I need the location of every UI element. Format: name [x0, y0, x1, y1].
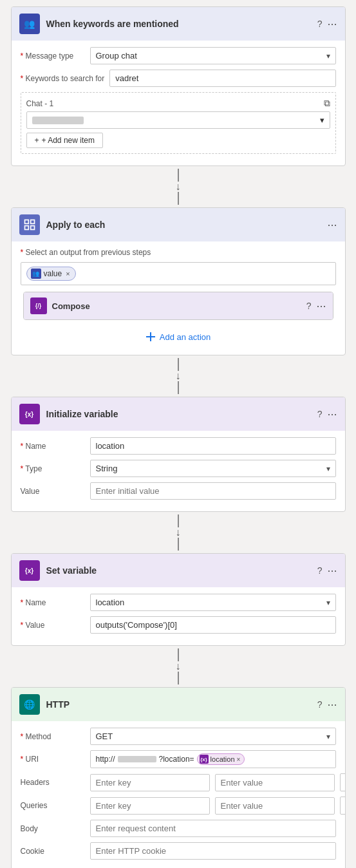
- init-name-label: Name: [21, 442, 85, 451]
- apply-body: Select an output from previous steps 👥 v…: [12, 241, 345, 355]
- init-value-input[interactable]: [90, 482, 336, 500]
- message-type-label: Message type: [21, 52, 85, 61]
- init-actions: ? ···: [317, 408, 337, 420]
- set-help-button[interactable]: ?: [317, 565, 323, 576]
- add-new-item-button[interactable]: + + Add new item: [26, 133, 103, 148]
- init-value-row: Value: [21, 482, 336, 500]
- select-output-label: Select an output from previous steps: [21, 248, 151, 257]
- trigger-title: When keywords are mentioned: [46, 19, 311, 29]
- queries-key-input[interactable]: [90, 797, 210, 815]
- location-token: {x} location ×: [197, 753, 245, 765]
- uri-row: URI http:// ?location= {x} location ×: [21, 750, 336, 768]
- add-action-container[interactable]: Add an action: [21, 325, 336, 348]
- svg-rect-5: [150, 332, 151, 341]
- init-body: Name Type String ▾ Value: [12, 431, 345, 511]
- queries-row: Queries ⧉: [21, 797, 336, 815]
- http-help-button[interactable]: ?: [317, 699, 323, 710]
- connector-1: ↓: [176, 166, 181, 207]
- trigger-body: Message type Group chat ▾ Keywords to se…: [12, 41, 345, 165]
- queries-copy-button[interactable]: ⧉: [340, 797, 346, 815]
- set-header: {x} Set variable ? ···: [12, 554, 345, 587]
- headers-label: Headers: [21, 778, 85, 787]
- http-card: 🌐 HTTP ? ··· Method GET ▾ URI http://: [11, 687, 346, 868]
- connector-line-8: [178, 672, 179, 684]
- init-type-label: Type: [21, 464, 85, 473]
- chat-copy-icon[interactable]: ⧉: [324, 98, 330, 109]
- token-remove[interactable]: ×: [237, 756, 241, 763]
- cookie-input[interactable]: [90, 842, 336, 860]
- http-header: 🌐 HTTP ? ···: [12, 688, 345, 721]
- set-value-row: Value: [21, 616, 336, 634]
- body-input[interactable]: [90, 820, 336, 837]
- select-output-row: Select an output from previous steps: [21, 248, 336, 257]
- value-tag: 👥 value ×: [26, 267, 76, 281]
- trigger-header: 👥 When keywords are mentioned ? ···: [12, 7, 345, 41]
- init-type-row: Type String ▾: [21, 460, 336, 477]
- init-value-label: Value: [21, 487, 85, 496]
- connector-2: ↓: [176, 355, 181, 397]
- compose-actions: ? ···: [306, 300, 326, 312]
- svg-rect-3: [30, 226, 34, 230]
- chat-dropdown[interactable]: ▾: [26, 111, 330, 129]
- init-name-input[interactable]: [90, 437, 336, 455]
- connector-line-5: [178, 514, 179, 527]
- queries-value-input[interactable]: [215, 797, 335, 815]
- chat-chevron: ▾: [320, 115, 324, 125]
- init-help-button[interactable]: ?: [317, 409, 323, 419]
- compose-card: {/} Compose ? ···: [23, 292, 333, 320]
- cookie-label: Cookie: [21, 847, 85, 856]
- connector-line-3: [178, 358, 179, 371]
- headers-inputs: [90, 774, 335, 791]
- apply-header: Apply to each ···: [12, 208, 345, 241]
- chat-thumb: [32, 117, 84, 124]
- http-title: HTTP: [46, 699, 311, 710]
- init-variable-card: {x} Initialize variable ? ··· Name Type …: [11, 397, 346, 512]
- init-title: Initialize variable: [46, 409, 311, 419]
- headers-value-input[interactable]: [215, 774, 335, 791]
- headers-row: Headers ⧉: [21, 773, 336, 791]
- keywords-row: Keywords to search for: [21, 70, 336, 87]
- headers-copy-button[interactable]: ⧉: [340, 773, 346, 791]
- set-more-button[interactable]: ···: [327, 565, 337, 576]
- trigger-card: 👥 When keywords are mentioned ? ··· Mess…: [11, 6, 346, 166]
- cookie-row: Cookie: [21, 842, 336, 860]
- init-more-button[interactable]: ···: [327, 408, 337, 420]
- compose-more-button[interactable]: ···: [316, 300, 326, 312]
- set-actions: ? ···: [317, 565, 337, 576]
- svg-rect-1: [30, 220, 34, 224]
- http-icon: 🌐: [19, 694, 40, 715]
- http-more-button[interactable]: ···: [327, 699, 337, 710]
- trigger-more-button[interactable]: ···: [327, 18, 337, 30]
- init-type-select[interactable]: String ▾: [90, 460, 336, 477]
- uri-label: URI: [21, 755, 85, 764]
- headers-key-input[interactable]: [90, 774, 210, 791]
- apply-icon: [19, 214, 40, 235]
- connector-line-6: [178, 538, 179, 551]
- set-name-label: Name: [21, 598, 85, 607]
- message-type-select[interactable]: Group chat ▾: [90, 47, 336, 64]
- set-name-chevron: ▾: [326, 598, 330, 607]
- trigger-actions: ? ···: [317, 18, 337, 30]
- arrow-icon-4: ↓: [176, 661, 181, 672]
- body-row: Body: [21, 820, 336, 837]
- queries-label: Queries: [21, 801, 85, 810]
- uri-input[interactable]: http:// ?location= {x} location ×: [90, 750, 336, 768]
- chat-label: Chat - 1 ⧉: [26, 98, 330, 109]
- trigger-icon: 👥: [19, 14, 40, 34]
- connector-line: [178, 169, 179, 182]
- apply-more-button[interactable]: ···: [327, 219, 337, 231]
- keywords-input[interactable]: [109, 70, 335, 87]
- svg-rect-2: [24, 226, 28, 230]
- arrow-icon: ↓: [176, 182, 181, 192]
- method-chevron: ▾: [326, 732, 330, 741]
- compose-help-button[interactable]: ?: [306, 301, 312, 311]
- method-select[interactable]: GET ▾: [90, 728, 336, 745]
- trigger-help-button[interactable]: ?: [317, 19, 323, 29]
- set-title: Set variable: [46, 565, 311, 576]
- output-field[interactable]: 👥 value ×: [21, 262, 336, 285]
- value-tag-remove[interactable]: ×: [66, 270, 70, 278]
- set-variable-card: {x} Set variable ? ··· Name location ▾ V…: [11, 553, 346, 646]
- set-value-input[interactable]: [90, 616, 336, 634]
- http-actions: ? ···: [317, 699, 337, 710]
- set-name-select[interactable]: location ▾: [90, 594, 336, 611]
